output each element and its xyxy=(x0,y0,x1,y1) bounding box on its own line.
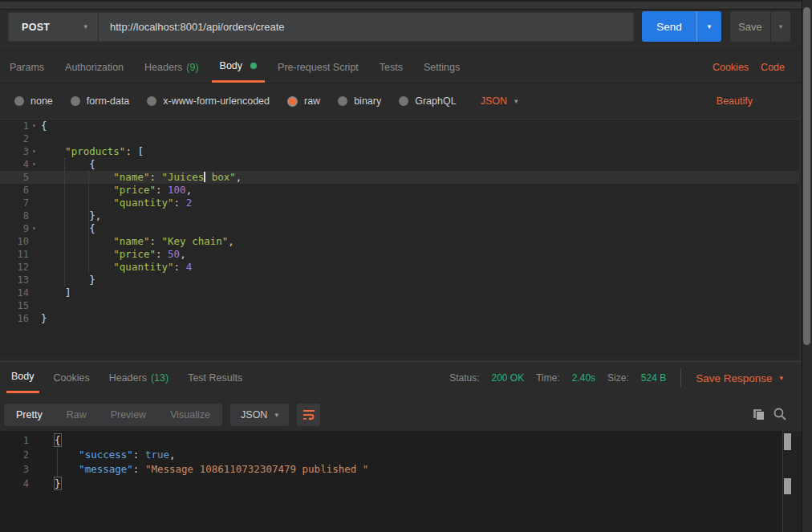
tab-headers[interactable]: Headers (9) xyxy=(144,51,199,83)
code-line[interactable]: 12 "quantity": 4 xyxy=(0,261,799,274)
code-line[interactable]: 9▾ { xyxy=(0,222,799,235)
word-wrap-icon xyxy=(302,409,315,420)
fold-toggle-icon[interactable]: ▾ xyxy=(29,120,39,132)
response-tab-test-results[interactable]: Test Results xyxy=(188,362,242,393)
send-options-button[interactable]: ▾ xyxy=(696,11,721,42)
mode-binary[interactable]: binary xyxy=(338,95,381,107)
code-link[interactable]: Code xyxy=(761,62,785,73)
code-text: "success": true, xyxy=(39,448,799,462)
response-format-select[interactable]: JSON ▾ xyxy=(230,404,289,426)
mode-x-www-form-urlencoded[interactable]: x-www-form-urlencoded xyxy=(147,95,270,107)
tab-pre-request-script[interactable]: Pre-request Script xyxy=(278,51,359,83)
response-tab-headers[interactable]: Headers (13) xyxy=(109,362,168,393)
request-body-editor[interactable]: 1▾{23▾ "products": [4▾ {5 "name": "Juice… xyxy=(0,119,799,359)
chevron-down-icon: ▾ xyxy=(779,375,783,382)
response-tab-cookies[interactable]: Cookies xyxy=(54,362,90,393)
tab-settings[interactable]: Settings xyxy=(424,51,460,83)
fold-gutter xyxy=(29,209,39,222)
size-value: 524 B xyxy=(641,372,666,384)
code-line[interactable]: 4▾ { xyxy=(0,158,799,171)
line-number: 16 xyxy=(0,312,29,325)
code-line[interactable]: 13 } xyxy=(0,274,799,286)
view-raw[interactable]: Raw xyxy=(55,409,99,420)
indent-guide xyxy=(57,448,58,477)
method-select[interactable]: POST ▾ xyxy=(9,13,99,41)
tab-tests[interactable]: Tests xyxy=(380,51,403,83)
fold-toggle-icon[interactable]: ▾ xyxy=(29,222,39,235)
copy-response-button[interactable] xyxy=(751,407,765,421)
code-text: "name": "Key chain", xyxy=(39,235,799,248)
window-scrollbar-thumb[interactable] xyxy=(803,7,810,345)
copy-icon xyxy=(751,407,765,421)
tab-authorization[interactable]: Authorization xyxy=(65,51,124,83)
line-number: 5 xyxy=(0,171,29,184)
code-line[interactable]: 10 "name": "Key chain", xyxy=(0,235,799,248)
code-text: { xyxy=(39,433,799,448)
send-button[interactable]: Send ▾ xyxy=(642,11,721,42)
code-line[interactable]: 2 "success": true, xyxy=(0,448,799,462)
fold-gutter xyxy=(29,477,39,491)
search-response-button[interactable] xyxy=(773,407,787,421)
url-input[interactable]: http://localhost:8001/api/orders/create xyxy=(99,13,633,41)
code-text: } xyxy=(39,274,799,286)
view-preview[interactable]: Preview xyxy=(99,409,158,420)
code-line[interactable]: 14 ] xyxy=(0,286,799,299)
url-group: POST ▾ http://localhost:8001/api/orders/… xyxy=(8,12,634,42)
code-text: }, xyxy=(39,209,799,222)
code-line[interactable]: 11 "price": 50, xyxy=(0,248,799,261)
code-line[interactable]: 5 "name": "Juices box", xyxy=(0,171,799,184)
request-bar: POST ▾ http://localhost:8001/api/orders/… xyxy=(0,10,802,51)
line-number: 12 xyxy=(0,261,29,274)
response-scrollbar-marker[interactable] xyxy=(784,478,791,494)
save-button[interactable]: Save ▾ xyxy=(730,11,790,42)
cookies-link[interactable]: Cookies xyxy=(713,62,749,73)
code-line[interactable]: 7 "quantity": 2 xyxy=(0,197,799,209)
code-line[interactable]: 2 xyxy=(0,132,799,145)
response-body-editor[interactable]: 1{2 "success": true,3 "message": "Messag… xyxy=(0,431,799,532)
size-label: Size: xyxy=(607,372,629,384)
response-toolbar: Pretty Raw Preview Visualize JSON ▾ xyxy=(0,399,802,431)
mode-none[interactable]: none xyxy=(14,95,53,107)
line-number: 1 xyxy=(0,433,29,448)
fold-toggle-icon[interactable]: ▾ xyxy=(29,158,39,171)
tab-body[interactable]: Body xyxy=(212,51,266,83)
code-text: "quantity": 2 xyxy=(39,197,799,209)
response-scrollbar-thumb[interactable] xyxy=(784,433,791,450)
mode-graphql[interactable]: GraphQL xyxy=(399,95,456,107)
save-response-button[interactable]: Save Response ▾ xyxy=(696,372,783,384)
code-text: } xyxy=(39,477,799,491)
save-options-button[interactable]: ▾ xyxy=(770,11,790,42)
code-text: { xyxy=(39,158,799,171)
code-line[interactable]: 15 xyxy=(0,299,799,312)
fold-gutter xyxy=(29,184,39,197)
code-line[interactable]: 3 "message": "Message 1086110732307479 p… xyxy=(0,462,799,477)
response-editor-edge xyxy=(782,431,783,532)
code-line[interactable]: 1▾{ xyxy=(0,120,799,132)
mode-form-data[interactable]: form-data xyxy=(71,95,130,107)
code-line[interactable]: 4} xyxy=(0,477,799,491)
code-text: "name": "Juices box", xyxy=(39,171,799,184)
line-number: 3 xyxy=(0,462,29,477)
code-text: ] xyxy=(39,286,799,299)
line-number: 13 xyxy=(0,274,29,286)
wrap-text-button[interactable] xyxy=(297,404,320,426)
fold-gutter xyxy=(29,197,39,209)
response-tab-body[interactable]: Body xyxy=(6,362,39,393)
status-label: Status: xyxy=(449,372,479,384)
view-visualize[interactable]: Visualize xyxy=(158,409,222,420)
tab-params[interactable]: Params xyxy=(10,51,44,83)
view-pretty[interactable]: Pretty xyxy=(4,409,55,420)
code-line[interactable]: 6 "price": 100, xyxy=(0,184,799,197)
line-number: 3 xyxy=(0,145,29,158)
code-line[interactable]: 1{ xyxy=(0,433,799,448)
raw-format-select[interactable]: JSON ▾ xyxy=(481,95,518,107)
fold-gutter xyxy=(29,433,39,448)
mode-raw[interactable]: raw xyxy=(287,95,320,107)
beautify-link[interactable]: Beautify xyxy=(717,95,753,107)
code-line[interactable]: 8 }, xyxy=(0,209,799,222)
code-line[interactable]: 16} xyxy=(0,312,799,325)
fold-toggle-icon[interactable]: ▾ xyxy=(29,145,39,158)
indent-guide xyxy=(64,158,65,286)
response-headers-count-badge: (13) xyxy=(151,372,168,384)
code-line[interactable]: 3▾ "products": [ xyxy=(0,145,799,158)
